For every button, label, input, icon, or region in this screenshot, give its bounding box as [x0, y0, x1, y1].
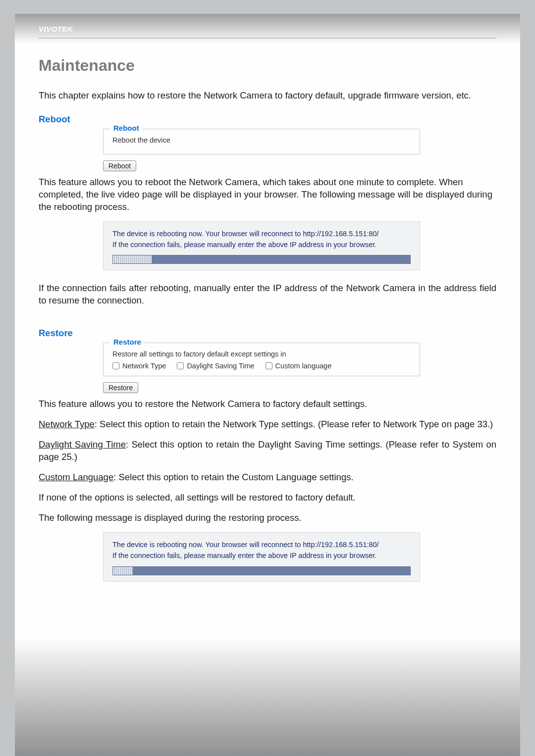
restore-opt-dst: Daylight Saving Time: Select this option… — [39, 439, 496, 463]
restore-opt-network-rest: : Select this option to retain the Netwo… — [95, 419, 493, 429]
page-footer: 84 - User's Manual — [15, 737, 520, 746]
reboot-progress-bar — [112, 255, 411, 264]
restore-message-box: The device is rebooting now. Your browse… — [103, 532, 420, 582]
restore-msg-line2: If the connection fails, please manually… — [112, 551, 411, 561]
reboot-button[interactable]: Reboot — [103, 160, 136, 171]
restore-description: This feature allows you to restore the N… — [39, 398, 496, 410]
restore-following-text: The following message is displayed durin… — [39, 512, 496, 524]
restore-legend: Restore — [110, 338, 144, 346]
restore-opt-dst-u: Daylight Saving Time — [39, 439, 126, 450]
restore-progress-fill — [113, 567, 133, 575]
restore-fieldset-text: Restore all settings to factory default … — [112, 350, 411, 358]
reboot-progress-fill — [113, 255, 152, 263]
restore-msg-line1: The device is rebooting now. Your browse… — [112, 540, 411, 551]
restore-opt-lang: Custom Language: Select this option to r… — [39, 471, 496, 484]
header-divider — [39, 38, 496, 39]
reboot-after-text: If the connection fails after rebooting,… — [39, 282, 496, 307]
checkbox-custom-language-label: Custom language — [275, 362, 332, 370]
footer-text: 84 - User's Manual — [39, 738, 97, 746]
restore-fieldset: Restore Restore all settings to factory … — [103, 343, 420, 376]
reboot-msg-line1: The device is rebooting now. Your browse… — [112, 229, 411, 240]
brand-label: VIVOTEK — [39, 25, 73, 33]
restore-checkbox-row: Network Type Daylight Saving Time Custom… — [112, 362, 411, 370]
reboot-fieldset-text: Reboot the device — [112, 136, 411, 144]
reboot-description: This feature allows you to reboot the Ne… — [39, 176, 496, 213]
restore-opt-network: Network Type: Select this option to reta… — [39, 418, 496, 431]
restore-opt-lang-u: Custom Language — [39, 472, 113, 482]
checkbox-daylight-saving-input[interactable] — [177, 362, 184, 369]
restore-opt-lang-rest: : Select this option to retain the Custo… — [113, 472, 353, 482]
checkbox-daylight-saving[interactable]: Daylight Saving Time — [177, 362, 254, 370]
checkbox-custom-language-input[interactable] — [266, 362, 272, 369]
restore-heading: Restore — [39, 328, 496, 339]
restore-opt-network-u: Network Type — [39, 419, 95, 429]
checkbox-network-type-input[interactable] — [112, 362, 119, 369]
reboot-fieldset: Reboot Reboot the device — [103, 129, 420, 154]
restore-progress-bar — [112, 566, 411, 575]
checkbox-network-type[interactable]: Network Type — [112, 362, 166, 370]
reboot-heading: Reboot — [39, 114, 496, 125]
checkbox-custom-language[interactable]: Custom language — [266, 362, 332, 370]
checkbox-daylight-saving-label: Daylight Saving Time — [187, 362, 254, 370]
restore-button[interactable]: Restore — [103, 382, 138, 393]
reboot-legend: Reboot — [110, 124, 142, 132]
intro-text: This chapter explains how to restore the… — [39, 90, 496, 102]
reboot-msg-line2: If the connection fails, please manually… — [112, 240, 411, 251]
page-title: Maintenance — [39, 56, 496, 75]
checkbox-network-type-label: Network Type — [122, 362, 166, 370]
reboot-message-box: The device is rebooting now. Your browse… — [103, 221, 420, 271]
restore-none-text: If none of the options is selected, all … — [39, 492, 496, 504]
